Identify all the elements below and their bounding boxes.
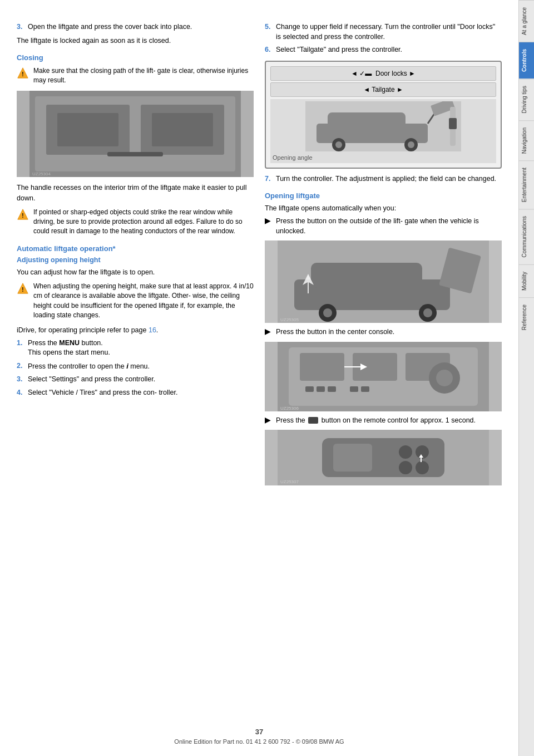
svg-text:UZ25305: UZ25305 <box>280 317 299 322</box>
step3-item: 3. Open the liftgate and press the cover… <box>17 22 254 32</box>
center-console-image: UZ25306 <box>265 342 502 411</box>
svg-rect-44 <box>361 386 369 392</box>
warning-triangle-icon: ! <box>17 67 29 79</box>
step5-list: 5. Change to upper field if necessary. T… <box>265 22 502 42</box>
svg-point-52 <box>399 445 412 459</box>
closing-heading: Closing <box>17 53 254 62</box>
svg-rect-42 <box>328 386 336 392</box>
arrow-1: ▶ <box>265 217 273 236</box>
step4-num: 4. <box>17 388 26 398</box>
svg-rect-24 <box>449 118 457 129</box>
sidebar-tab-reference[interactable]: Reference <box>519 297 534 337</box>
step3b-item: 3. Select "Settings" and press the contr… <box>17 375 254 385</box>
info-i-icon: i <box>126 362 128 370</box>
ui-screen-left: ◄ ✓▬ Door locks ► ◄ Tailgate ► <box>270 66 496 163</box>
ui-opening-angle-area: Opening angle <box>270 99 496 163</box>
step5-num: 5. <box>265 22 274 42</box>
step3b-text: Select "Settings" and press the controll… <box>28 375 155 385</box>
step6-text: Select "Tailgate" and press the controll… <box>276 45 402 55</box>
sidebar-tab-communications[interactable]: Communications <box>519 209 534 264</box>
sidebar-tab-mobility[interactable]: Mobility <box>519 264 534 297</box>
bullet1-item: ▶ Press the button on the outside of the… <box>265 217 502 236</box>
bullet2-text: Press the button in the center console. <box>276 327 394 337</box>
svg-rect-40 <box>305 386 314 392</box>
opening-liftgate-heading: Opening liftgate <box>265 192 502 200</box>
closing-warning-box: ! Make sure that the closing path of the… <box>17 66 254 86</box>
step3-note: The liftgate is locked again as soon as … <box>17 36 254 46</box>
liftgate-open-image: UZ25305 <box>265 240 502 323</box>
svg-point-20 <box>408 141 414 148</box>
svg-rect-43 <box>350 386 358 392</box>
svg-point-18 <box>335 141 342 148</box>
svg-rect-6 <box>57 113 118 146</box>
step6-num: 6. <box>265 45 274 55</box>
step2-text: Press the controller to open the i menu. <box>28 361 150 372</box>
idrive-page-link[interactable]: 16 <box>149 326 156 334</box>
svg-text:UZ25307: UZ25307 <box>280 479 299 484</box>
sidebar-tab-driving-tips[interactable]: Driving tips <box>519 78 534 120</box>
remote-control-icon <box>308 417 318 424</box>
step1-num: 1. <box>17 338 26 358</box>
svg-point-29 <box>323 308 332 317</box>
step6-item: 6. Select "Tailgate" and press the contr… <box>265 45 502 55</box>
svg-point-54 <box>399 461 412 474</box>
arrow-3: ▶ <box>265 416 273 426</box>
svg-rect-41 <box>317 386 325 392</box>
opening-bullets: ▶ Press the button on the outside of the… <box>265 217 502 236</box>
svg-rect-16 <box>328 112 406 129</box>
svg-text:!: ! <box>22 212 23 218</box>
interior-liftgate-image: UZ25304 <box>17 91 254 177</box>
ui-tailgate-label: ◄ Tailgate ► <box>363 86 403 94</box>
ui-doorlocks-label: ◄ ✓▬ Door locks ► <box>351 70 416 77</box>
bullet2-item: ▶ Press the button in the center console… <box>265 327 502 337</box>
step4-item: 4. Select "Vehicle / Tires" and press th… <box>17 388 254 398</box>
sidebar-tab-controls[interactable]: Controls <box>519 42 534 78</box>
step2-item: 2. Press the controller to open the i me… <box>17 361 254 372</box>
step3-list-item: 3. Open the liftgate and press the cover… <box>17 22 254 32</box>
svg-text:UZ25306: UZ25306 <box>280 406 299 411</box>
main-content: 3. Open the liftgate and press the cover… <box>0 0 518 756</box>
remote-control-image: UZ25307 <box>265 430 502 485</box>
step7-list: 7. Turn the controller. The adjustment i… <box>265 174 502 184</box>
step3b-num: 3. <box>17 375 26 385</box>
sidebar-tab-at-a-glance[interactable]: At a glance <box>519 0 534 42</box>
auto-liftgate-heading: Automatic liftgate operation* <box>17 244 254 253</box>
ui-row-doorlocks: ◄ ✓▬ Door locks ► <box>270 66 496 81</box>
svg-point-31 <box>423 308 432 317</box>
opening-angle-label: Opening angle <box>273 154 494 161</box>
closing-warning-text: Make sure that the closing path of the l… <box>33 66 254 86</box>
svg-point-55 <box>416 461 429 474</box>
step3-text: Open the liftgate and press the cover ba… <box>28 22 192 32</box>
adj-warning-text: When adjusting the opening height, make … <box>33 282 254 321</box>
adj-warning-box: ! When adjusting the opening height, mak… <box>17 282 254 321</box>
page-number: 37 <box>0 728 518 736</box>
steps-list: 1. Press the MENU button.This opens the … <box>17 338 254 398</box>
ui-row-tailgate: ◄ Tailgate ► <box>270 82 496 97</box>
step7-item: 7. Turn the controller. The adjustment i… <box>265 174 502 184</box>
svg-text:!: ! <box>22 286 23 292</box>
menu-bold: MENU <box>59 339 80 347</box>
page-footer: 37 Online Edition for Part no. 01 41 2 6… <box>0 728 518 745</box>
left-column: 3. Open the liftgate and press the cover… <box>17 22 254 490</box>
svg-rect-51 <box>333 444 372 472</box>
warning-triangle-icon-2: ! <box>17 208 29 220</box>
bullet1-text: Press the button on the outside of the l… <box>276 217 502 236</box>
car-silhouette-svg <box>273 101 494 151</box>
svg-point-46 <box>436 370 453 386</box>
bullet3-list: ▶ Press the button on the remote control… <box>265 416 502 426</box>
svg-text:!: ! <box>22 71 23 77</box>
svg-text:UZ25304: UZ25304 <box>32 171 51 176</box>
objects-warning-box: ! If pointed or sharp-edged objects coul… <box>17 208 254 237</box>
idrive-ref: iDrive, for operating principle refer to… <box>17 325 254 335</box>
footer-text: Online Edition for Part no. 01 41 2 600 … <box>174 738 344 745</box>
step7-num: 7. <box>265 174 274 184</box>
step5-text: Change to upper field if necessary. Turn… <box>276 22 502 42</box>
sidebar-tab-navigation[interactable]: Navigation <box>519 120 534 160</box>
interior-caption: The handle recesses on the interior trim… <box>17 183 254 203</box>
step7-text: Turn the controller. The adjustment is a… <box>276 174 496 184</box>
opening-intro: The liftgate opens automatically when yo… <box>265 203 502 213</box>
adj-height-intro: You can adjust how far the liftgate is t… <box>17 267 254 277</box>
bullet3-item: ▶ Press the button on the remote control… <box>265 416 502 426</box>
sidebar-tab-entertainment[interactable]: Entertainment <box>519 160 534 209</box>
step1-item: 1. Press the MENU button.This opens the … <box>17 338 254 358</box>
